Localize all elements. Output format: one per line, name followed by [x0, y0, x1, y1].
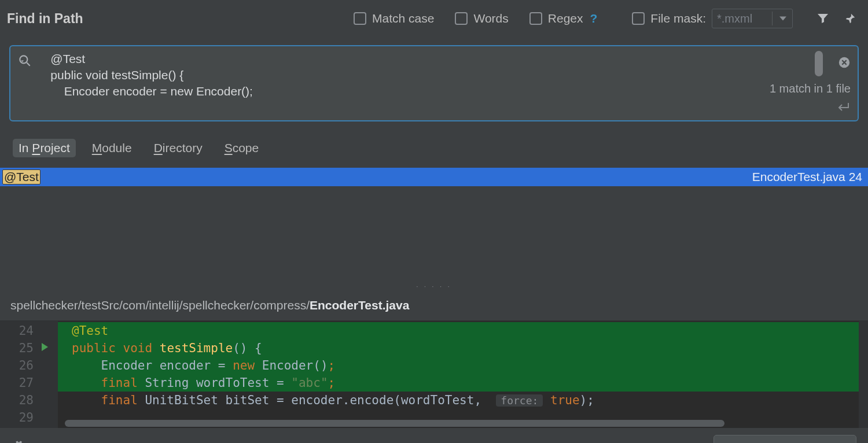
search-right-gutter: 1 match in 1 file — [770, 50, 851, 116]
line-number: 28 — [0, 392, 53, 409]
regex-checkbox[interactable]: Regex ? — [529, 12, 598, 25]
code-line: final String wordToTest = "abc"; — [58, 374, 868, 392]
words-label: Words — [473, 12, 508, 25]
code-area[interactable]: @Test public void testSimple() { Encoder… — [58, 321, 868, 428]
line-number: 27 — [0, 374, 53, 392]
scope-tab-scope[interactable]: Scope — [219, 139, 265, 157]
file-mask-label: File mask: — [650, 12, 706, 25]
code-line: Encoder encoder = new Encoder(); — [58, 357, 868, 374]
checkbox-icon — [632, 12, 645, 25]
gutter: 24 25 26 27 28 29 — [0, 321, 58, 428]
dialog-header: Find in Path Match case Words Regex ? Fi… — [0, 0, 868, 37]
newline-icon[interactable] — [836, 101, 851, 116]
match-case-label: Match case — [372, 12, 434, 25]
svg-point-0 — [20, 56, 27, 63]
result-row[interactable]: @Test EncoderTest.java 24 — [0, 168, 868, 186]
preview-path-file: EncoderTest.java — [310, 298, 409, 312]
regex-help-icon[interactable]: ? — [590, 12, 597, 25]
file-mask-combo[interactable]: *.mxml — [712, 9, 793, 28]
param-hint: force: — [496, 394, 543, 407]
chevron-down-icon — [779, 17, 786, 21]
checkbox-icon — [354, 12, 366, 25]
result-match-highlight: @Test — [2, 169, 41, 184]
scope-tab-directory[interactable]: Directory — [148, 139, 208, 157]
svg-line-1 — [27, 62, 30, 65]
file-mask-checkbox[interactable]: File mask: — [632, 12, 706, 25]
words-checkbox[interactable]: Words — [455, 12, 508, 25]
line-number: 29 — [0, 409, 53, 426]
combo-separator — [772, 12, 773, 25]
line-number: 26 — [0, 357, 53, 374]
run-gutter-icon[interactable] — [42, 343, 48, 351]
dialog-footer: Use ⌘G and ⇧⌘G to select usages ⌘⏎ Open … — [0, 428, 868, 443]
file-mask-group: File mask: *.mxml — [632, 9, 793, 28]
scope-tab-module[interactable]: Module — [86, 139, 138, 157]
checkbox-icon — [529, 12, 542, 25]
open-in-find-window-button[interactable]: Open in Find Window — [713, 435, 856, 443]
results-list: @Test EncoderTest.java 24 — [0, 168, 868, 282]
gear-icon[interactable] — [12, 440, 25, 444]
match-case-checkbox[interactable]: Match case — [354, 12, 434, 25]
horizontal-scrollbar[interactable] — [65, 420, 724, 427]
search-icon[interactable] — [17, 50, 37, 68]
preview-path-dir: spellchecker/testSrc/com/intellij/spellc… — [10, 298, 310, 312]
result-line: 24 — [849, 170, 862, 183]
scope-tab-in-project[interactable]: In Project — [13, 139, 76, 157]
line-number: 24 — [0, 322, 53, 339]
preview-editor[interactable]: 24 25 26 27 28 29 @Test public void test… — [0, 321, 868, 428]
scope-tabs: In Project Module Directory Scope — [0, 121, 868, 168]
clear-icon[interactable] — [838, 56, 851, 72]
split-drag-handle[interactable]: · · · · · — [0, 282, 868, 290]
filter-icon[interactable] — [816, 12, 830, 25]
code-line: @Test — [58, 322, 868, 339]
result-file: EncoderTest.java — [752, 170, 845, 183]
search-scrollbar[interactable] — [815, 51, 823, 76]
search-field[interactable]: @Test public void testSimple() { Encoder… — [9, 45, 859, 121]
code-line: final UnitBitSet bitSet = encoder.encode… — [58, 392, 868, 409]
checkbox-icon — [455, 12, 468, 25]
code-line: public void testSimple() { — [58, 339, 868, 357]
regex-label: Regex — [548, 12, 583, 25]
result-file-location: EncoderTest.java 24 — [752, 170, 862, 184]
match-count-label: 1 match in 1 file — [770, 82, 851, 95]
dialog-title: Find in Path — [7, 11, 83, 27]
preview-path: spellchecker/testSrc/com/intellij/spellc… — [0, 290, 868, 321]
file-mask-value: *.mxml — [717, 12, 752, 25]
pin-icon[interactable] — [844, 12, 856, 25]
search-query-text[interactable]: @Test public void testSimple() { Encoder… — [37, 50, 770, 101]
